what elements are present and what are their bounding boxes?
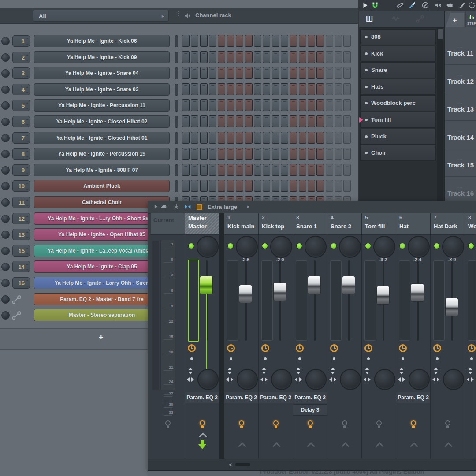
mixer-strip[interactable]: 1Kick main-2.6Param. EQ 2 bbox=[224, 213, 259, 459]
collapse-chevron-icon[interactable] bbox=[410, 442, 418, 450]
step-button[interactable] bbox=[335, 180, 342, 192]
step-button[interactable] bbox=[326, 67, 333, 79]
pan-knob[interactable] bbox=[339, 236, 361, 258]
step-button[interactable] bbox=[290, 51, 297, 63]
step-button[interactable] bbox=[254, 132, 261, 144]
step-button[interactable] bbox=[326, 99, 333, 111]
route-left-arrow-icon[interactable] bbox=[295, 377, 298, 382]
step-button[interactable] bbox=[236, 51, 243, 63]
channel-button[interactable]: Ya Help Me - Ignite - 808 F 07 bbox=[34, 164, 170, 176]
mixer-strip[interactable]: 3Snare 1Param. EQ 2Delay 3 bbox=[293, 213, 327, 459]
route-up-arrow-icon[interactable] bbox=[365, 368, 369, 370]
pan-knob[interactable] bbox=[236, 236, 258, 258]
route-right-arrow-icon[interactable] bbox=[191, 377, 194, 382]
channel-button[interactable]: Ya Help Me - Ignite - Percussion 11 bbox=[34, 99, 170, 112]
step-button[interactable] bbox=[316, 35, 324, 47]
step-button[interactable] bbox=[200, 115, 208, 127]
step-button[interactable] bbox=[281, 180, 288, 192]
route-down-arrow-icon[interactable] bbox=[399, 372, 404, 374]
plugin-delay-clock-icon[interactable] bbox=[296, 344, 304, 352]
fx-slot-1[interactable]: Param. EQ 2 bbox=[185, 392, 219, 403]
step-button[interactable] bbox=[290, 83, 297, 95]
step-button[interactable] bbox=[245, 83, 253, 95]
route-down-arrow-icon[interactable] bbox=[468, 372, 472, 374]
plugin-delay-clock-icon[interactable] bbox=[188, 344, 196, 352]
step-button[interactable] bbox=[308, 67, 315, 79]
step-button[interactable] bbox=[200, 83, 208, 95]
pan-knob[interactable] bbox=[408, 236, 430, 258]
channel-number-badge[interactable]: 15 bbox=[12, 245, 30, 257]
step-button[interactable] bbox=[281, 164, 288, 176]
step-button[interactable] bbox=[209, 180, 216, 192]
channel-mute-led[interactable] bbox=[1, 279, 10, 287]
magnet-icon[interactable] bbox=[371, 1, 380, 10]
step-button[interactable] bbox=[191, 148, 198, 160]
strip-enable-led[interactable] bbox=[188, 243, 194, 249]
pattern-item[interactable]: Tom fill bbox=[360, 112, 436, 128]
step-button[interactable] bbox=[182, 132, 190, 144]
strip-enable-led[interactable] bbox=[468, 243, 474, 249]
route-right-arrow-icon[interactable] bbox=[402, 377, 405, 382]
step-button[interactable] bbox=[272, 180, 279, 192]
step-button[interactable] bbox=[272, 132, 279, 144]
step-button[interactable] bbox=[272, 83, 279, 95]
swap-arrows-icon[interactable] bbox=[446, 1, 455, 10]
route-left-arrow-icon[interactable] bbox=[432, 377, 435, 382]
step-button[interactable] bbox=[191, 115, 198, 127]
plugin-delay-clock-icon[interactable] bbox=[227, 344, 235, 352]
audio-clip-icon[interactable] bbox=[391, 15, 402, 24]
step-button[interactable] bbox=[254, 99, 261, 111]
channel-number-badge[interactable]: 13 bbox=[12, 229, 30, 240]
step-button[interactable] bbox=[326, 164, 333, 176]
step-button[interactable] bbox=[245, 115, 253, 127]
step-button[interactable] bbox=[209, 67, 216, 79]
step-button[interactable] bbox=[200, 132, 208, 144]
step-button[interactable] bbox=[299, 164, 306, 176]
track-name[interactable]: Track 15 bbox=[447, 161, 474, 169]
stepsequencer-tab[interactable]: STEP bbox=[465, 11, 476, 27]
route-left-arrow-icon[interactable] bbox=[226, 377, 229, 382]
route-up-arrow-icon[interactable] bbox=[331, 368, 335, 370]
step-button[interactable] bbox=[343, 115, 351, 127]
step-button[interactable] bbox=[236, 99, 243, 111]
step-button[interactable] bbox=[263, 148, 270, 160]
step-button[interactable] bbox=[335, 99, 342, 111]
step-button[interactable] bbox=[191, 99, 198, 111]
mixer-strip[interactable]: 6Hat-2.4Param. EQ 2 bbox=[396, 213, 431, 459]
route-up-arrow-icon[interactable] bbox=[399, 368, 404, 370]
channel-number-badge[interactable]: 2 bbox=[12, 52, 30, 63]
strip-enable-led[interactable] bbox=[434, 243, 440, 249]
step-button[interactable] bbox=[272, 35, 279, 47]
strip-header[interactable]: 1Kick main bbox=[224, 213, 258, 235]
plugin-delay-clock-icon[interactable] bbox=[468, 344, 476, 352]
channel-mute-led[interactable] bbox=[1, 198, 10, 207]
channel-mini-slider[interactable] bbox=[175, 84, 178, 96]
step-button[interactable] bbox=[236, 164, 243, 176]
step-button[interactable] bbox=[200, 164, 208, 176]
step-button[interactable] bbox=[200, 35, 208, 47]
step-button[interactable] bbox=[182, 67, 190, 79]
scrollbar-thumb[interactable] bbox=[438, 29, 443, 39]
step-button[interactable] bbox=[272, 99, 279, 111]
volume-fader[interactable] bbox=[200, 276, 213, 294]
pan-knob[interactable] bbox=[197, 236, 219, 258]
step-button[interactable] bbox=[299, 132, 306, 144]
channel-button[interactable]: Ya Help Me - Ignite - Kick 06 bbox=[34, 35, 170, 47]
step-button[interactable] bbox=[245, 35, 253, 47]
route-left-arrow-icon[interactable] bbox=[260, 377, 263, 382]
fx-enable-bulb-icon[interactable] bbox=[199, 420, 205, 429]
step-button[interactable] bbox=[209, 35, 216, 47]
step-button[interactable] bbox=[209, 164, 216, 176]
pattern-item[interactable]: Choir bbox=[360, 145, 436, 161]
step-button[interactable] bbox=[335, 67, 342, 79]
channel-number-badge[interactable]: 12 bbox=[12, 213, 30, 224]
step-button[interactable] bbox=[316, 99, 324, 111]
step-button[interactable] bbox=[236, 67, 243, 79]
step-button[interactable] bbox=[316, 164, 324, 176]
record-dot-icon[interactable] bbox=[230, 357, 232, 360]
strip-header[interactable]: 7Hat Dark bbox=[431, 213, 465, 235]
fx-enable-bulb-icon[interactable] bbox=[376, 420, 382, 429]
step-button[interactable] bbox=[227, 115, 234, 127]
channel-number-badge[interactable]: 1 bbox=[12, 35, 30, 47]
step-button[interactable] bbox=[299, 148, 306, 160]
